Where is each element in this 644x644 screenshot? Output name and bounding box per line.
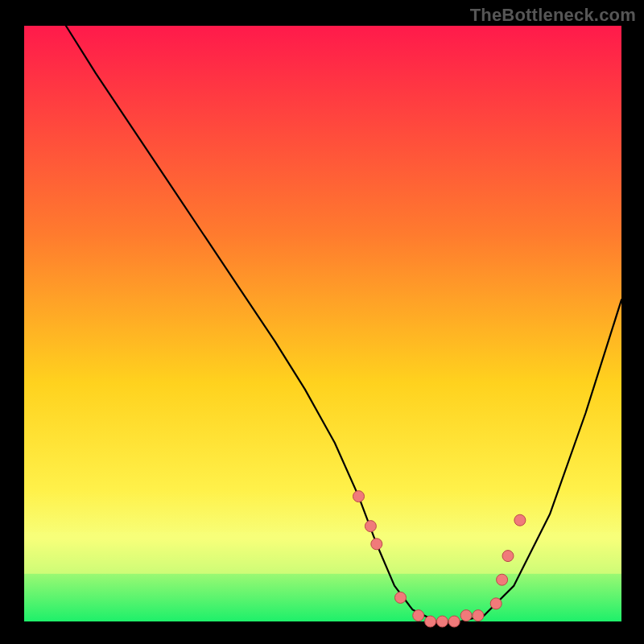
data-point bbox=[473, 610, 484, 621]
data-point bbox=[502, 551, 514, 562]
data-point bbox=[353, 491, 365, 502]
data-point bbox=[490, 598, 502, 609]
watermark-text: TheBottleneck.com bbox=[470, 5, 636, 26]
highlight-band bbox=[24, 532, 621, 574]
data-point bbox=[413, 610, 424, 621]
data-point bbox=[425, 616, 436, 627]
data-point bbox=[365, 521, 376, 532]
data-point bbox=[395, 592, 407, 603]
data-point bbox=[497, 574, 508, 585]
chart-svg bbox=[0, 0, 644, 644]
data-point bbox=[371, 539, 382, 550]
data-point bbox=[460, 610, 472, 621]
data-point bbox=[436, 616, 448, 627]
data-point bbox=[448, 616, 460, 627]
chart-stage: TheBottleneck.com bbox=[0, 0, 644, 644]
data-point bbox=[514, 514, 526, 526]
